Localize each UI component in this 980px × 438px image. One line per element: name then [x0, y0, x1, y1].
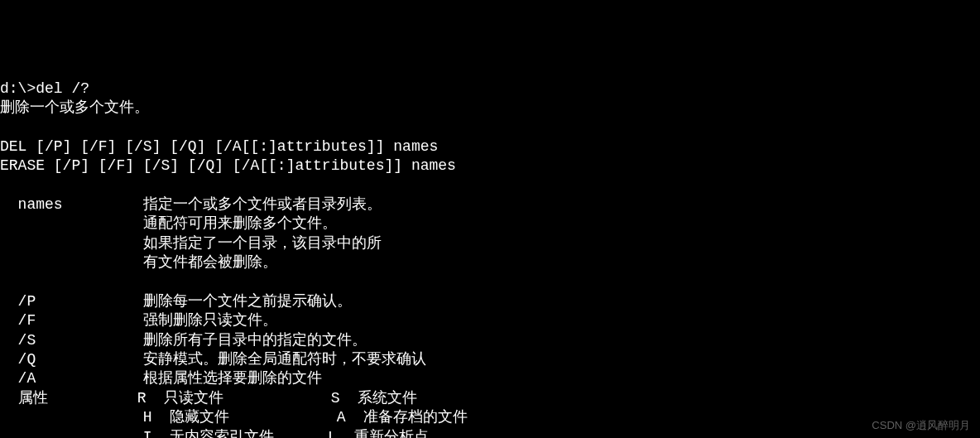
param-names-desc4: 有文件都会被删除。: [143, 254, 277, 271]
syntax-del: DEL [/P] [/F] [/S] [/Q] [/A[[:]attribute…: [0, 138, 438, 155]
opt-p-desc: 删除每一个文件之前提示确认。: [143, 293, 352, 310]
opt-a-desc: 根据属性选择要删除的文件: [143, 370, 322, 387]
attr-s: S 系统文件: [331, 390, 417, 407]
terminal-output: d:\>del /? 删除一个或多个文件。 DEL [/P] [/F] [/S]…: [0, 78, 980, 438]
param-names-label: names: [0, 196, 63, 213]
watermark: CSDN @逍风醉明月: [872, 419, 970, 433]
param-names-desc2: 通配符可用来删除多个文件。: [143, 215, 337, 232]
attr-a: A 准备存档的文件: [337, 409, 468, 426]
prompt-line: d:\>del /?: [0, 80, 89, 97]
opt-q-label: /Q: [0, 351, 36, 368]
description: 删除一个或多个文件。: [0, 99, 149, 116]
opt-s-desc: 删除所有子目录中的指定的文件。: [143, 332, 367, 349]
opt-f-desc: 强制删除只读文件。: [143, 312, 277, 329]
opt-f-label: /F: [0, 312, 36, 329]
param-names-desc1: 指定一个或多个文件或者目录列表。: [143, 196, 382, 213]
attr-l: L 重新分析点: [328, 429, 429, 438]
opt-p-label: /P: [0, 293, 36, 310]
opt-a-label: /A: [0, 370, 36, 387]
opt-q-desc: 安静模式。删除全局通配符时，不要求确认: [143, 351, 426, 368]
attr-r: R 只读文件: [137, 390, 223, 407]
attr-i: I 无内容索引文件: [143, 429, 274, 438]
opt-s-label: /S: [0, 332, 36, 349]
param-names-desc3: 如果指定了一个目录，该目录中的所: [143, 235, 382, 252]
attr-label: 属性: [0, 390, 48, 407]
attr-h: H 隐藏文件: [143, 409, 229, 426]
syntax-erase: ERASE [/P] [/F] [/S] [/Q] [/A[[:]attribu…: [0, 157, 456, 174]
